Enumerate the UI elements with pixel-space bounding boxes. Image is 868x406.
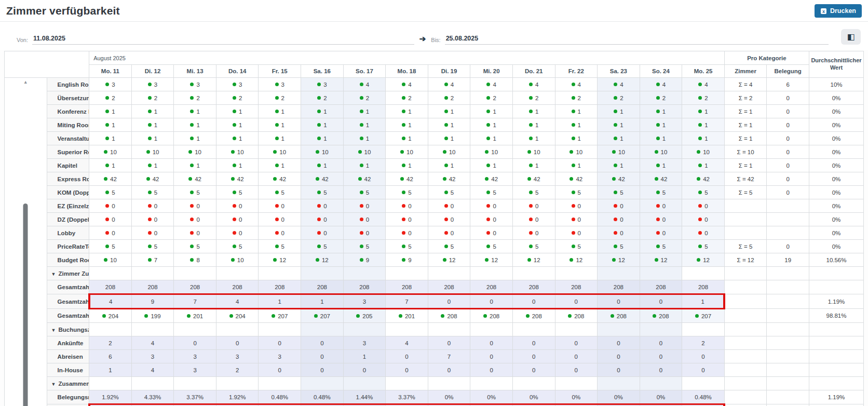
green-status-dot [233, 96, 236, 100]
day-cell: 10 [470, 145, 513, 159]
green-status-dot [486, 137, 490, 140]
green-status-dot [231, 150, 235, 154]
day-cell: 201 [386, 309, 428, 323]
green-status-dot [614, 164, 617, 167]
belegung-cell [767, 336, 809, 350]
table-corner-cell [5, 51, 89, 78]
section-row: ▼Buchungszusammenfassung [5, 323, 864, 336]
day-cell: 1 [343, 105, 386, 118]
red-status-dot [275, 204, 279, 208]
green-status-dot [529, 83, 533, 86]
day-cell: 9 [386, 253, 428, 267]
day-cell: 0 [428, 199, 470, 213]
green-status-dot [656, 83, 660, 86]
day-cell [512, 377, 555, 390]
green-status-dot [360, 137, 363, 140]
collapse-triangle-icon[interactable]: ▼ [51, 272, 56, 277]
day-cell: $ 44.20 [131, 404, 174, 406]
zimmer-sum-cell: Σ = 1 [724, 105, 767, 118]
collapse-triangle-icon[interactable]: ▼ [51, 382, 56, 387]
green-status-dot [572, 191, 575, 194]
day-cell: 207 [301, 309, 344, 323]
date-to-input[interactable]: 25.08.2025 [446, 35, 479, 42]
red-status-dot [233, 218, 236, 221]
wert-cell: 10.56% [809, 253, 864, 267]
row-label: PriceRateTest [47, 240, 89, 253]
scrollbar-thumb[interactable] [23, 204, 28, 406]
day-cell: $ 0.00 [598, 404, 640, 406]
day-cell: 2 [386, 91, 428, 105]
day-cell: 0 [216, 213, 259, 226]
day-cell [343, 377, 386, 390]
day-cell: 0.48% [301, 390, 344, 404]
row-label: EZ (Einzelzimmer Standard) [47, 199, 89, 213]
red-status-dot [656, 204, 660, 208]
day-cell: 207 [259, 309, 301, 323]
green-status-dot [102, 314, 106, 318]
green-status-dot [527, 177, 531, 181]
day-cell: 208 [598, 280, 640, 294]
belegung-cell [767, 267, 809, 280]
day-cell: 12 [555, 253, 598, 267]
day-cell: 0 [343, 363, 386, 377]
red-status-dot [148, 218, 152, 221]
day-cell [470, 323, 513, 336]
date-from-field: Von: 11.08.2025 [17, 33, 414, 45]
green-status-dot [402, 245, 405, 248]
green-status-dot [399, 314, 402, 318]
day-cell: 7 [386, 294, 428, 309]
scroll-up-icon[interactable]: ▲ [5, 79, 47, 85]
red-status-dot [402, 218, 405, 221]
day-cell: 5 [640, 186, 682, 199]
green-status-dot [572, 110, 575, 113]
day-cell: 10 [598, 145, 640, 159]
print-button[interactable]: x Drucken [815, 4, 862, 18]
day-cell: 4 [640, 78, 682, 91]
green-status-dot [569, 258, 573, 262]
day-cell: 8 [174, 253, 216, 267]
day-cell: 2 [301, 91, 344, 105]
day-cell: 0 [682, 363, 725, 377]
red-status-dot [360, 204, 363, 208]
day-cell: 207 [682, 309, 725, 323]
collapse-triangle-icon[interactable]: ▼ [51, 328, 56, 333]
day-cell: 2 [89, 91, 132, 105]
day-cell: 1 [598, 132, 640, 145]
table-row: Kapitel111111111111111Σ = 100% [5, 159, 864, 172]
day-cell: 2 [555, 91, 598, 105]
day-cell [343, 267, 386, 280]
column-toggle-button[interactable]: ◧ [841, 29, 861, 45]
day-cell: 3.37% [174, 390, 216, 404]
green-status-dot [656, 96, 660, 100]
day-cell: 0 [682, 226, 725, 240]
belegung-cell: 19 [767, 253, 809, 267]
day-cell [89, 323, 132, 336]
zimmer-sum-cell [724, 350, 767, 363]
day-cell: 0.48% [682, 390, 725, 404]
red-status-dot [656, 231, 660, 235]
wert-cell [809, 350, 864, 363]
green-status-dot [611, 314, 614, 318]
day-cell: 1 [216, 159, 259, 172]
day-cell: 0 [512, 336, 555, 350]
zimmer-sum-cell [724, 336, 767, 350]
day-cell [216, 377, 259, 390]
day-cell: 0 [512, 363, 555, 377]
green-status-dot [148, 137, 152, 140]
day-cell: 0 [386, 199, 428, 213]
date-from-input[interactable]: 11.08.2025 [33, 35, 65, 42]
day-cell [259, 377, 301, 390]
day-cell [640, 323, 682, 336]
belegung-column-header: Belegung [767, 65, 809, 78]
day-cell: $ 184.29 [386, 404, 428, 406]
day-cell: 1.92% [216, 390, 259, 404]
day-cell: 0 [640, 199, 682, 213]
day-cell: 1 [89, 132, 132, 145]
row-label: ▼Zimmer Zusammenfassung [47, 267, 89, 280]
day-cell: 1 [131, 132, 174, 145]
day-cell: 4.33% [131, 390, 174, 404]
green-status-dot [190, 137, 194, 140]
day-cell: 0 [386, 226, 428, 240]
green-status-dot [695, 314, 699, 318]
day-cell: 3 [343, 336, 386, 350]
